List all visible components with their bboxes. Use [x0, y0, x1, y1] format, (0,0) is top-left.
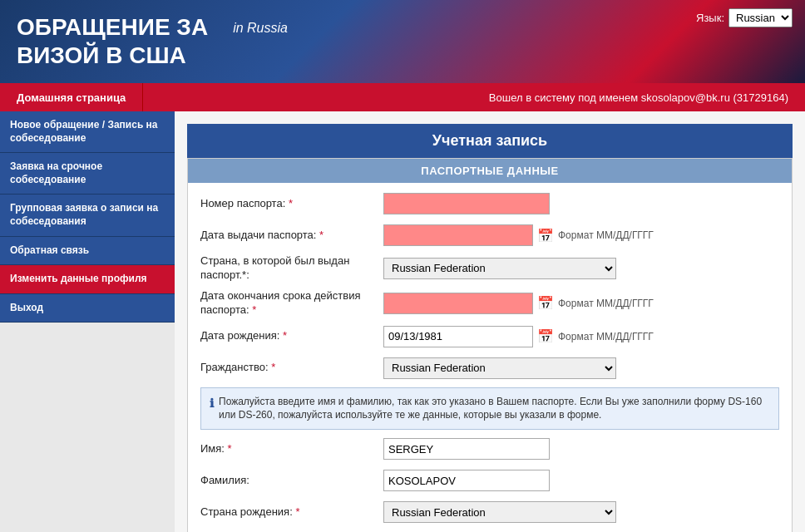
birth-country-label: Страна рождения: *	[200, 505, 383, 520]
navbar: Домашняя страница Вошел в систему под им…	[0, 83, 805, 111]
last-name-row: Фамилия:	[200, 468, 779, 493]
passport-expiry-date-format: Формат ММ/ДД/ГГГГ	[558, 298, 654, 309]
sidebar-item-feedback[interactable]: Обратная связь	[0, 237, 175, 266]
citizenship-row: Гражданство: * Russian Federation United…	[200, 356, 779, 381]
passport-expiry-date-input[interactable]	[383, 293, 533, 314]
passport-form-body: Номер паспорта: * Дата выдачи паспорта: …	[188, 183, 792, 532]
passport-section-header: ПАСПОРТНЫЕ ДАННЫЕ	[188, 159, 792, 183]
passport-number-label: Номер паспорта: *	[200, 197, 383, 211]
passport-number-input[interactable]	[383, 193, 550, 214]
dob-date-group: 📅 Формат ММ/ДД/ГГГГ	[383, 326, 654, 347]
info-icon: ℹ	[210, 396, 214, 412]
dob-date-format: Формат ММ/ДД/ГГГГ	[558, 331, 654, 342]
dob-input[interactable]	[383, 326, 533, 347]
birth-country-select[interactable]: Russian Federation United States Other	[383, 501, 616, 523]
passport-section: ПАСПОРТНЫЕ ДАННЫЕ Номер паспорта: * Дата…	[187, 158, 793, 532]
last-name-input[interactable]	[383, 470, 550, 491]
header: ОБРАЩЕНИЕ ЗА ВИЗОЙ В США in Russia Язык:…	[0, 0, 805, 83]
passport-issue-label: Дата выдачи паспорта: *	[200, 229, 383, 243]
birth-country-row: Страна рождения: * Russian Federation Un…	[200, 500, 779, 525]
last-name-label: Фамилия:	[200, 474, 383, 488]
passport-issue-date-input[interactable]	[383, 224, 533, 246]
passport-number-row: Номер паспорта: *	[200, 191, 779, 216]
dob-calendar-icon[interactable]: 📅	[537, 328, 554, 344]
passport-country-select[interactable]: Russian Federation United States Other	[383, 258, 616, 279]
passport-number-req: *	[289, 197, 293, 209]
page-title: Учетная запись	[187, 124, 793, 158]
passport-expiry-label: Дата окончания срока действия паспорта: …	[200, 289, 383, 318]
passport-issue-date-format: Формат ММ/ДД/ГГГГ	[558, 229, 654, 241]
language-selector-group: Язык: Russian English	[696, 8, 793, 27]
user-info: Вошел в систему под именем skosolapov@bk…	[489, 91, 805, 104]
sidebar-item-edit-profile[interactable]: Изменить данные профиля	[0, 265, 175, 294]
main-layout: Новое обращение / Запись на собеседовани…	[0, 111, 805, 532]
sidebar: Новое обращение / Запись на собеседовани…	[0, 111, 175, 532]
sidebar-item-logout[interactable]: Выход	[0, 294, 175, 323]
passport-country-row: Страна, в которой был выдан паспорт.*: R…	[200, 254, 779, 283]
first-name-input[interactable]	[383, 438, 550, 460]
passport-expiry-calendar-icon[interactable]: 📅	[537, 295, 554, 311]
sidebar-item-new-application[interactable]: Новое обращение / Запись на собеседовани…	[0, 111, 175, 153]
sidebar-item-group[interactable]: Групповая заявка о записи на собеседован…	[0, 195, 175, 236]
home-nav-item[interactable]: Домашняя страница	[0, 83, 143, 111]
passport-country-label: Страна, в которой был выдан паспорт.*:	[200, 254, 383, 283]
first-name-label: Имя: *	[200, 442, 383, 456]
passport-issue-date-group: 📅 Формат ММ/ДД/ГГГГ	[383, 224, 654, 246]
info-box: ℹ Пожалуйста введите имя и фамилию, так …	[200, 387, 779, 431]
first-name-row: Имя: *	[200, 436, 779, 461]
header-title-line2: ВИЗОЙ В США	[17, 42, 208, 70]
sidebar-item-urgent[interactable]: Заявка на срочное собеседование	[0, 153, 175, 195]
dob-label: Дата рождения: *	[200, 329, 383, 343]
citizenship-select[interactable]: Russian Federation United States Other	[383, 357, 616, 379]
dob-row: Дата рождения: * 📅 Формат ММ/ДД/ГГГГ	[200, 324, 779, 349]
info-text: Пожалуйста введите имя и фамилию, так ка…	[219, 395, 770, 423]
content-area: Учетная запись ПАСПОРТНЫЕ ДАННЫЕ Номер п…	[175, 111, 805, 532]
header-subtitle: in Russia	[233, 21, 288, 36]
passport-expiry-date-group: 📅 Формат ММ/ДД/ГГГГ	[383, 293, 654, 314]
language-select[interactable]: Russian English	[728, 8, 793, 27]
header-title-line1: ОБРАЩЕНИЕ ЗА	[17, 13, 208, 42]
passport-issue-calendar-icon[interactable]: 📅	[537, 228, 554, 244]
passport-expiry-row: Дата окончания срока действия паспорта: …	[200, 289, 779, 318]
citizenship-label: Гражданство: *	[200, 361, 383, 375]
passport-issue-row: Дата выдачи паспорта: * 📅 Формат ММ/ДД/Г…	[200, 223, 779, 248]
language-label: Язык:	[696, 12, 724, 24]
